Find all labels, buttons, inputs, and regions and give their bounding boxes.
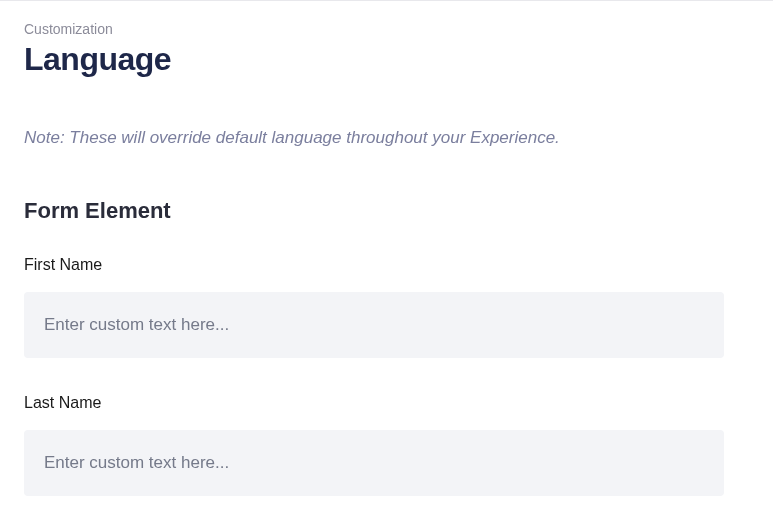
first-name-label: First Name (24, 256, 749, 274)
override-note: Note: These will override default langua… (24, 128, 749, 148)
form-group-last-name: Last Name (24, 394, 749, 496)
first-name-input[interactable] (24, 292, 724, 358)
breadcrumb: Customization (24, 21, 749, 37)
last-name-input[interactable] (24, 430, 724, 496)
form-group-first-name: First Name (24, 256, 749, 358)
page-title: Language (24, 41, 749, 78)
last-name-label: Last Name (24, 394, 749, 412)
section-title-form-element: Form Element (24, 198, 749, 224)
